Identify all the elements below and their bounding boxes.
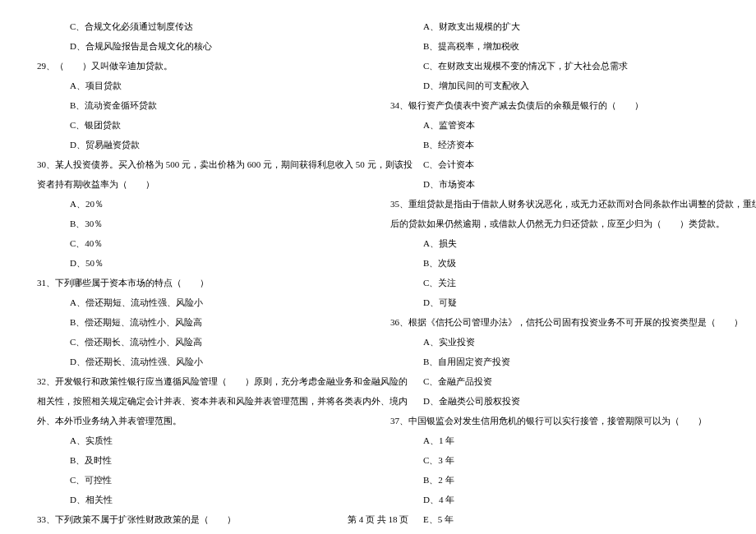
q31-option-c: C、偿还期长、流动性小、风险高: [37, 332, 366, 352]
q36-option-b: B、自用固定资产投资: [390, 352, 719, 371]
q36-stem: 36、根据《信托公司管理办法》，信托公司固有投资业务不可开展的投资类型是（ ）: [390, 312, 719, 332]
right-column: A、财政支出规模的扩大 B、提高税率，增加税收 C、在财政支出规模不变的情况下，…: [378, 16, 731, 509]
page-footer: 第 4 页 共 18 页: [0, 513, 756, 526]
q32-stem-line1: 32、开发银行和政策性银行应当遵循风险管理（ ）原则，充分考虑金融业务和金融风险…: [37, 371, 366, 391]
q28-option-c: C、合规文化必须通过制度传达: [37, 16, 366, 36]
q34-option-a: A、监管资本: [390, 115, 719, 135]
q30-stem-line2: 资者持有期收益率为（ ）: [37, 174, 366, 194]
q36-option-c: C、金融产品投资: [390, 371, 719, 391]
q31-stem: 31、下列哪些属于资本市场的特点（ ）: [37, 273, 366, 292]
q35-option-a: A、损失: [390, 233, 719, 253]
q34-option-c: C、会计资本: [390, 154, 719, 174]
q37-stem: 37、中国银监会对发生信用危机的银行可以实行接管，接管期限可以为（ ）: [390, 411, 719, 430]
q32-option-a: A、实质性: [37, 430, 366, 450]
q32-option-b: B、及时性: [37, 450, 366, 470]
q34-stem: 34、银行资产负债表中资产减去负债后的余额是银行的（ ）: [390, 95, 719, 115]
q35-stem-line1: 35、重组贷款是指由于借款人财务状况恶化，或无力还款而对合同条款作出调整的贷款，…: [390, 194, 719, 214]
q29-option-d: D、贸易融资贷款: [37, 135, 366, 154]
q36-option-d: D、金融类公司股权投资: [390, 391, 719, 411]
q36-option-a: A、实业投资: [390, 332, 719, 352]
q31-option-b: B、偿还期短、流动性小、风险高: [37, 312, 366, 332]
q35-option-d: D、可疑: [390, 292, 719, 312]
q28-option-d: D、合规风险报告是合规文化的核心: [37, 36, 366, 56]
q30-stem-line1: 30、某人投资债券。买入价格为 500 元，卖出价格为 600 元，期间获得利息…: [37, 154, 366, 174]
q29-stem: 29、（ ）又叫做辛迪加贷款。: [37, 56, 366, 76]
q30-option-c: C、40％: [37, 233, 366, 253]
q32-option-c: C、可控性: [37, 470, 366, 490]
q30-option-a: A、20％: [37, 194, 366, 214]
q37-option-a: A、1 年: [390, 430, 719, 450]
q29-option-a: A、项目贷款: [37, 76, 366, 95]
q30-option-d: D、50％: [37, 253, 366, 273]
q31-option-d: D、偿还期长、流动性强、风险小: [37, 352, 366, 371]
q31-option-a: A、偿还期短、流动性强、风险小: [37, 292, 366, 312]
q37-option-b: B、2 年: [390, 470, 719, 490]
q33-option-c: C、在财政支出规模不变的情况下，扩大社会总需求: [390, 56, 719, 76]
q32-option-d: D、相关性: [37, 490, 366, 509]
q35-stem-line2: 后的贷款如果仍然逾期，或借款人仍然无力归还贷款，应至少归为（ ）类贷款。: [390, 214, 719, 233]
q34-option-b: B、经济资本: [390, 135, 719, 154]
q34-option-d: D、市场资本: [390, 174, 719, 194]
q29-option-b: B、流动资金循环贷款: [37, 95, 366, 115]
q35-option-c: C、关注: [390, 273, 719, 292]
q33-option-d: D、增加民间的可支配收入: [390, 76, 719, 95]
q33-option-a: A、财政支出规模的扩大: [390, 16, 719, 36]
q37-option-d: D、4 年: [390, 490, 719, 509]
q32-stem-line2: 相关性，按照相关规定确定会计并表、资本并表和风险并表管理范围，并将各类表内外、境…: [37, 391, 366, 411]
q37-option-c: C、3 年: [390, 450, 719, 470]
q30-option-b: B、30％: [37, 214, 366, 233]
q32-stem-line3: 外、本外币业务纳入并表管理范围。: [37, 411, 366, 430]
page-container: C、合规文化必须通过制度传达 D、合规风险报告是合规文化的核心 29、（ ）又叫…: [0, 0, 756, 534]
q29-option-c: C、银团贷款: [37, 115, 366, 135]
q33-option-b: B、提高税率，增加税收: [390, 36, 719, 56]
left-column: C、合规文化必须通过制度传达 D、合规风险报告是合规文化的核心 29、（ ）又叫…: [25, 16, 378, 509]
q35-option-b: B、次级: [390, 253, 719, 273]
